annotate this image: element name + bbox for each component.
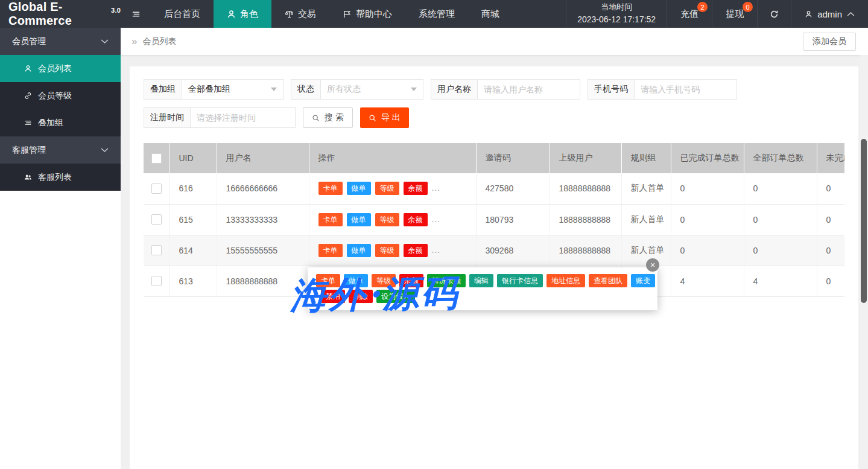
username-input[interactable] [478,79,580,100]
cell-rule-group: 新人首单 [621,173,671,204]
cell-completed-orders: 0 [671,235,744,266]
search-button-label: 搜 索 [325,112,344,123]
sidebar-item-stack-group[interactable]: 叠加组 [0,109,121,136]
admin-menu[interactable]: admin [791,0,868,28]
do-order-button[interactable]: 做单 [347,244,371,257]
row-actions-popup: 卡单 做单 等级 余额 解冻余额 编辑 银行卡信息 地址信息 查看团队 账变 禁… [308,267,657,310]
stack-group-select[interactable]: 全部叠加组 [182,79,284,100]
level-button[interactable]: 等级 [375,182,399,195]
unfreeze-balance-button[interactable]: 解冻余额 [427,274,466,287]
add-member-button[interactable]: 添加会员 [803,33,856,51]
refresh-button[interactable] [758,0,791,28]
regtime-input[interactable] [191,107,296,128]
cell-completed-orders: 4 [671,266,744,296]
balance-button[interactable]: 余额 [404,213,428,226]
column-header-username: 用户名 [217,143,309,173]
sidebar-item-member-level[interactable]: 会员等级 [0,82,121,109]
nav-item-help-center[interactable]: 帮助中心 [329,0,405,28]
cell-rule-group: 新人首单 [621,235,671,266]
row-checkbox[interactable] [151,245,162,255]
sidebar-group-member-management[interactable]: 会员管理 [0,28,121,55]
view-team-button[interactable]: 查看团队 [589,274,627,287]
sidebar-group-label: 会员管理 [12,36,46,47]
recharge-label: 充值 [680,8,699,20]
level-button[interactable]: 等级 [372,274,396,287]
withdraw-badge: 0 [743,2,753,12]
user-icon [24,65,32,72]
nav-item-dashboard[interactable]: 后台首页 [151,0,214,28]
set-fake-user-button[interactable]: 设为假人 [376,290,415,303]
select-all-checkbox[interactable] [151,153,162,164]
local-time: 当地时间 2023-06-12 17:17:52 [566,0,667,28]
cell-total-orders: 0 [744,173,817,204]
disable-button[interactable]: 禁用 [321,290,345,303]
balance-button[interactable]: 余额 [404,182,428,195]
address-info-button[interactable]: 地址信息 [546,274,585,287]
export-button[interactable]: 导 出 [360,107,409,128]
chevron-down-icon [101,37,109,45]
recharge-button[interactable]: 充值 2 [667,0,712,28]
do-order-button[interactable]: 做单 [347,182,371,195]
do-order-button[interactable]: 做单 [344,274,368,287]
balance-button[interactable]: 余额 [404,244,428,257]
row-checkbox[interactable] [151,214,162,225]
more-actions-button[interactable]: ... [432,214,441,224]
flag-icon [343,10,352,19]
card-order-button[interactable]: 卡单 [318,244,343,257]
cell-invite-code: 427580 [476,173,550,204]
search-button[interactable]: 搜 索 [303,107,353,128]
sidebar-item-member-list[interactable]: 会员列表 [0,55,121,82]
level-button[interactable]: 等级 [375,244,399,257]
cell-parent-user: 18888888888 [550,173,621,204]
regtime-filter: 注册时间 [144,107,296,128]
nav-item-label: 帮助中心 [356,8,392,20]
do-order-button[interactable]: 做单 [347,213,371,226]
scrollbar-thumb[interactable] [861,139,867,303]
close-icon: × [650,261,655,269]
phone-input[interactable] [635,79,737,100]
column-header-actions: 操作 [309,143,476,173]
more-actions-button[interactable]: ... [432,245,441,255]
nav-item-roles[interactable]: 角色 [214,0,271,28]
popup-close-button[interactable]: × [646,258,659,272]
withdraw-button[interactable]: 提现 0 [712,0,758,28]
nav-item-mall[interactable]: 商城 [468,0,513,28]
brand-name: Global E-Commerce [8,0,109,28]
status-select[interactable]: 所有状态 [321,79,423,100]
edit-button[interactable]: 编辑 [469,274,493,287]
sidebar-item-label: 客服列表 [38,172,72,183]
sidebar-collapse-button[interactable] [121,0,151,28]
sidebar-item-service-list[interactable]: 客服列表 [0,164,121,191]
cell-uncompleted-orders: 0 [817,173,844,204]
sidebar: 会员管理 会员列表 会员等级 叠加组 客服管理 客服列表 [0,28,121,191]
nav-item-trade[interactable]: 交易 [271,0,329,28]
nav-item-label: 系统管理 [419,8,455,20]
table-row: 615 13333333333 卡单做单等级余额... 180793 18888… [144,204,844,235]
row-checkbox[interactable] [151,276,162,286]
hamburger-icon [131,10,141,19]
cell-completed-orders: 0 [671,204,744,235]
sidebar-item-label: 会员等级 [38,91,72,101]
level-button[interactable]: 等级 [375,213,399,226]
filter-row-1: 叠加组 全部叠加组 状态 所有状态 用户名称 手机号码 [144,79,737,100]
column-header-uid: UID [169,143,217,173]
sidebar-group-service-management[interactable]: 客服管理 [0,136,121,164]
row-checkbox[interactable] [151,183,162,194]
link-icon [24,92,32,100]
account-change-button[interactable]: 账变 [631,274,655,287]
column-header-total-orders: 全部订单总数 [744,143,817,173]
bank-card-info-button[interactable]: 银行卡信息 [497,274,543,287]
cell-uid: 614 [169,235,217,266]
user-icon [227,10,236,19]
balance-button[interactable]: 余额 [399,274,423,287]
status-placeholder: 所有状态 [327,84,361,95]
cell-total-orders: 0 [744,235,817,266]
filter-row-2: 注册时间 搜 索 导 出 [144,107,409,128]
admin-username: admin [817,9,842,19]
delete-button[interactable]: 删除 [349,290,373,303]
more-actions-button[interactable]: ... [432,183,441,193]
nav-item-system[interactable]: 系统管理 [405,0,468,28]
card-order-button[interactable]: 卡单 [318,182,343,195]
card-order-button[interactable]: 卡单 [316,274,340,287]
card-order-button[interactable]: 卡单 [318,213,343,226]
